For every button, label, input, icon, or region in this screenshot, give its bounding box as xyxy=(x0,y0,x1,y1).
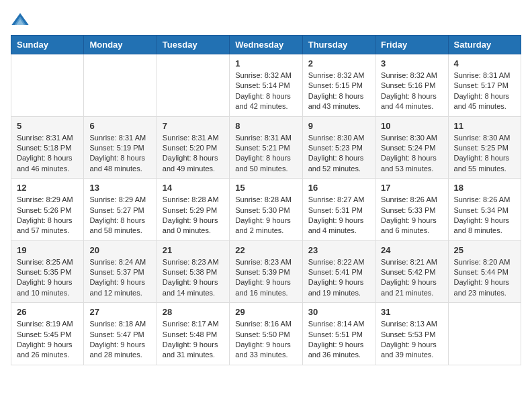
day-header-wednesday: Wednesday xyxy=(230,36,302,54)
calendar-cell: 23Sunrise: 8:22 AM Sunset: 5:41 PM Dayli… xyxy=(302,240,375,303)
calendar-cell: 25Sunrise: 8:20 AM Sunset: 5:44 PM Dayli… xyxy=(448,240,521,303)
day-number: 26 xyxy=(17,307,78,317)
calendar-cell: 4Sunrise: 8:31 AM Sunset: 5:17 PM Daylig… xyxy=(448,54,521,117)
calendar-cell xyxy=(157,54,229,117)
calendar-cell: 8Sunrise: 8:31 AM Sunset: 5:21 PM Daylig… xyxy=(230,116,302,179)
calendar-cell: 2Sunrise: 8:32 AM Sunset: 5:15 PM Daylig… xyxy=(302,54,375,117)
day-number: 2 xyxy=(308,58,369,68)
day-number: 11 xyxy=(454,121,515,131)
calendar-cell: 13Sunrise: 8:29 AM Sunset: 5:27 PM Dayli… xyxy=(84,179,157,241)
day-number: 19 xyxy=(17,245,78,255)
day-info: Sunrise: 8:14 AM Sunset: 5:51 PM Dayligh… xyxy=(308,319,369,361)
day-header-monday: Monday xyxy=(84,36,157,54)
day-header-thursday: Thursday xyxy=(302,36,375,54)
calendar-cell: 30Sunrise: 8:14 AM Sunset: 5:51 PM Dayli… xyxy=(302,303,375,365)
calendar-week-3: 12Sunrise: 8:29 AM Sunset: 5:26 PM Dayli… xyxy=(11,179,521,241)
day-info: Sunrise: 8:32 AM Sunset: 5:16 PM Dayligh… xyxy=(381,71,442,112)
calendar-cell xyxy=(448,303,521,365)
day-info: Sunrise: 8:26 AM Sunset: 5:33 PM Dayligh… xyxy=(381,195,442,236)
calendar-cell: 17Sunrise: 8:26 AM Sunset: 5:33 PM Dayli… xyxy=(375,179,448,241)
day-number: 13 xyxy=(89,183,150,193)
calendar-cell: 26Sunrise: 8:19 AM Sunset: 5:45 PM Dayli… xyxy=(11,303,84,365)
day-number: 6 xyxy=(89,121,150,131)
day-number: 10 xyxy=(381,121,442,131)
day-number: 16 xyxy=(308,183,369,193)
day-info: Sunrise: 8:13 AM Sunset: 5:53 PM Dayligh… xyxy=(381,319,442,361)
day-number: 1 xyxy=(235,58,296,68)
calendar-cell xyxy=(84,54,157,117)
day-header-friday: Friday xyxy=(375,36,448,54)
calendar-cell: 14Sunrise: 8:28 AM Sunset: 5:29 PM Dayli… xyxy=(157,179,229,241)
day-number: 31 xyxy=(381,307,442,317)
calendar-cell: 6Sunrise: 8:31 AM Sunset: 5:19 PM Daylig… xyxy=(84,116,157,179)
calendar-cell: 27Sunrise: 8:18 AM Sunset: 5:47 PM Dayli… xyxy=(84,303,157,365)
calendar-cell: 10Sunrise: 8:30 AM Sunset: 5:24 PM Dayli… xyxy=(375,116,448,179)
day-info: Sunrise: 8:31 AM Sunset: 5:18 PM Dayligh… xyxy=(17,133,78,175)
day-header-tuesday: Tuesday xyxy=(157,36,229,54)
day-number: 25 xyxy=(454,245,515,255)
calendar-cell: 31Sunrise: 8:13 AM Sunset: 5:53 PM Dayli… xyxy=(375,303,448,365)
calendar-cell: 11Sunrise: 8:30 AM Sunset: 5:25 PM Dayli… xyxy=(448,116,521,179)
day-number: 12 xyxy=(17,183,78,193)
day-number: 17 xyxy=(381,183,442,193)
day-info: Sunrise: 8:30 AM Sunset: 5:23 PM Dayligh… xyxy=(308,133,369,175)
day-number: 3 xyxy=(381,58,442,68)
calendar-cell: 15Sunrise: 8:28 AM Sunset: 5:30 PM Dayli… xyxy=(230,179,302,241)
calendar-cell: 3Sunrise: 8:32 AM Sunset: 5:16 PM Daylig… xyxy=(375,54,448,117)
calendar-cell: 19Sunrise: 8:25 AM Sunset: 5:35 PM Dayli… xyxy=(11,240,84,303)
day-info: Sunrise: 8:31 AM Sunset: 5:21 PM Dayligh… xyxy=(235,133,296,175)
day-info: Sunrise: 8:27 AM Sunset: 5:31 PM Dayligh… xyxy=(308,195,369,236)
day-info: Sunrise: 8:25 AM Sunset: 5:35 PM Dayligh… xyxy=(17,257,78,299)
calendar-week-5: 26Sunrise: 8:19 AM Sunset: 5:45 PM Dayli… xyxy=(11,303,521,365)
day-info: Sunrise: 8:31 AM Sunset: 5:17 PM Dayligh… xyxy=(454,71,515,112)
day-number: 27 xyxy=(89,307,150,317)
calendar-week-1: 1Sunrise: 8:32 AM Sunset: 5:14 PM Daylig… xyxy=(11,54,521,117)
day-number: 5 xyxy=(17,121,78,131)
day-info: Sunrise: 8:30 AM Sunset: 5:24 PM Dayligh… xyxy=(381,133,442,175)
day-number: 23 xyxy=(308,245,369,255)
day-info: Sunrise: 8:19 AM Sunset: 5:45 PM Dayligh… xyxy=(17,319,78,361)
day-info: Sunrise: 8:23 AM Sunset: 5:38 PM Dayligh… xyxy=(163,257,224,299)
calendar-cell: 5Sunrise: 8:31 AM Sunset: 5:18 PM Daylig… xyxy=(11,116,84,179)
day-info: Sunrise: 8:23 AM Sunset: 5:39 PM Dayligh… xyxy=(235,257,296,299)
day-number: 15 xyxy=(235,183,296,193)
day-number: 24 xyxy=(381,245,442,255)
calendar-cell: 24Sunrise: 8:21 AM Sunset: 5:42 PM Dayli… xyxy=(375,240,448,303)
day-number: 8 xyxy=(235,121,296,131)
calendar-cell xyxy=(11,54,84,117)
day-info: Sunrise: 8:18 AM Sunset: 5:47 PM Dayligh… xyxy=(89,319,150,361)
day-info: Sunrise: 8:29 AM Sunset: 5:26 PM Dayligh… xyxy=(17,195,78,236)
calendar-cell: 1Sunrise: 8:32 AM Sunset: 5:14 PM Daylig… xyxy=(230,54,302,117)
calendar-cell: 28Sunrise: 8:17 AM Sunset: 5:48 PM Dayli… xyxy=(157,303,229,365)
day-number: 22 xyxy=(235,245,296,255)
calendar-week-4: 19Sunrise: 8:25 AM Sunset: 5:35 PM Dayli… xyxy=(11,240,521,303)
day-info: Sunrise: 8:31 AM Sunset: 5:20 PM Dayligh… xyxy=(163,133,224,175)
day-number: 18 xyxy=(454,183,515,193)
calendar-cell: 29Sunrise: 8:16 AM Sunset: 5:50 PM Dayli… xyxy=(230,303,302,365)
calendar-table: SundayMondayTuesdayWednesdayThursdayFrid… xyxy=(11,35,521,365)
day-info: Sunrise: 8:31 AM Sunset: 5:19 PM Dayligh… xyxy=(89,133,150,175)
day-info: Sunrise: 8:24 AM Sunset: 5:37 PM Dayligh… xyxy=(89,257,150,299)
day-number: 21 xyxy=(163,245,224,255)
day-info: Sunrise: 8:29 AM Sunset: 5:27 PM Dayligh… xyxy=(89,195,150,236)
day-number: 20 xyxy=(89,245,150,255)
day-number: 14 xyxy=(163,183,224,193)
logo-icon xyxy=(11,11,30,30)
day-info: Sunrise: 8:28 AM Sunset: 5:30 PM Dayligh… xyxy=(235,195,296,236)
day-number: 28 xyxy=(163,307,224,317)
day-info: Sunrise: 8:30 AM Sunset: 5:25 PM Dayligh… xyxy=(454,133,515,175)
logo xyxy=(11,11,32,30)
day-info: Sunrise: 8:32 AM Sunset: 5:15 PM Dayligh… xyxy=(308,71,369,112)
calendar-cell: 16Sunrise: 8:27 AM Sunset: 5:31 PM Dayli… xyxy=(302,179,375,241)
calendar-cell: 9Sunrise: 8:30 AM Sunset: 5:23 PM Daylig… xyxy=(302,116,375,179)
day-info: Sunrise: 8:17 AM Sunset: 5:48 PM Dayligh… xyxy=(163,319,224,361)
day-header-saturday: Saturday xyxy=(448,36,521,54)
day-info: Sunrise: 8:20 AM Sunset: 5:44 PM Dayligh… xyxy=(454,257,515,299)
calendar-cell: 7Sunrise: 8:31 AM Sunset: 5:20 PM Daylig… xyxy=(157,116,229,179)
calendar-cell: 18Sunrise: 8:26 AM Sunset: 5:34 PM Dayli… xyxy=(448,179,521,241)
calendar-cell: 20Sunrise: 8:24 AM Sunset: 5:37 PM Dayli… xyxy=(84,240,157,303)
day-info: Sunrise: 8:16 AM Sunset: 5:50 PM Dayligh… xyxy=(235,319,296,361)
day-info: Sunrise: 8:22 AM Sunset: 5:41 PM Dayligh… xyxy=(308,257,369,299)
calendar-cell: 22Sunrise: 8:23 AM Sunset: 5:39 PM Dayli… xyxy=(230,240,302,303)
day-number: 7 xyxy=(163,121,224,131)
